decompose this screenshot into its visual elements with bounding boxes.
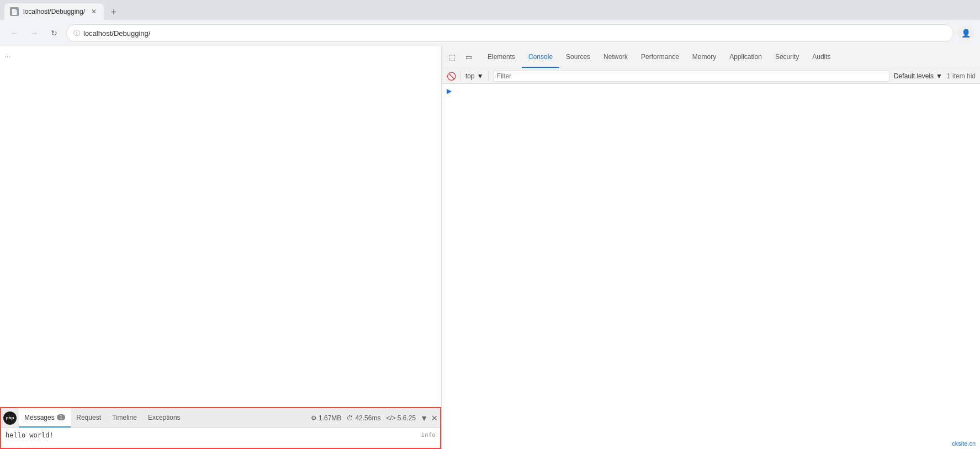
tab-close-button[interactable]: ✕ [89, 7, 98, 16]
tab-console[interactable]: Console [522, 46, 559, 68]
url-icon: ⓘ [73, 29, 80, 38]
forward-button[interactable]: → [27, 25, 42, 41]
console-hidden-count: 1 item hid [947, 72, 976, 80]
chevron-down-icon-levels: ▼ [936, 72, 942, 80]
tab-application[interactable]: Application [723, 46, 769, 68]
separator2 [488, 71, 489, 82]
tab-performance[interactable]: Performance [634, 46, 686, 68]
console-toolbar: 🚫 top ▼ Default levels ▼ 1 item hid [442, 68, 980, 84]
debugbar-content: hello world! info [1, 428, 440, 448]
profile-button[interactable]: 👤 [958, 25, 973, 41]
device-icon: ▭ [465, 53, 472, 61]
debugbar-message: hello world! [6, 431, 54, 439]
url-bar[interactable]: ⓘ localhost/Debugging/ [66, 24, 953, 42]
console-prompt: ▶ [444, 86, 978, 96]
debugbar-close-button[interactable]: ✕ [431, 414, 438, 423]
main-area: ... php Messages 1 Request Timeline Exce… [0, 46, 980, 449]
console-chevron-icon: ▶ [447, 87, 452, 95]
refresh-button[interactable]: ↻ [46, 25, 62, 41]
code-icon: </> [386, 414, 395, 422]
devtools-tabs: Elements Console Sources Network Perform… [481, 46, 978, 68]
devtools-icons: ⬚ ▭ [444, 50, 476, 65]
browser-chrome: 📄 localhost/Debugging/ ✕ + ← → ↻ ⓘ local… [0, 0, 980, 46]
console-context-select[interactable]: top ▼ [465, 72, 484, 80]
debugbar-tab-request[interactable]: Request [71, 408, 107, 427]
new-tab-button[interactable]: + [106, 4, 121, 20]
tab-bar: 📄 localhost/Debugging/ ✕ + [0, 0, 980, 20]
debugbar-info-label: info [421, 431, 436, 439]
debugbar-stats: ⚙ 1.67MB ⏱ 42.56ms </> 5.6.25 [311, 414, 416, 422]
tab-security[interactable]: Security [769, 46, 806, 68]
console-input[interactable] [454, 87, 976, 95]
debugbar-memory: ⚙ 1.67MB [311, 414, 341, 422]
debugbar-time: ⏱ 42.56ms [347, 414, 380, 422]
url-text: localhost/Debugging/ [83, 29, 946, 38]
gear-icon: ⚙ [311, 414, 317, 422]
tab-title: localhost/Debugging/ [23, 8, 85, 15]
tab-favicon: 📄 [10, 7, 19, 16]
debugbar-tab-timeline[interactable]: Timeline [107, 408, 142, 427]
clock-icon: ⏱ [347, 414, 353, 422]
debugbar-tabs: php Messages 1 Request Timeline Exceptio… [1, 408, 440, 428]
device-toolbar-button[interactable]: ▭ [461, 50, 476, 65]
debugbar-minimize-button[interactable]: ▼ [420, 414, 428, 423]
url-protocol: localhost [83, 29, 112, 38]
address-bar: ← → ↻ ⓘ localhost/Debugging/ 👤 [0, 20, 980, 46]
devtools-toolbar: ⬚ ▭ Elements Console Sources Network [442, 46, 980, 68]
debugbar-tab-messages[interactable]: Messages 1 [19, 408, 71, 427]
clear-console-button[interactable]: 🚫 [447, 72, 456, 81]
console-filter-input[interactable] [493, 71, 889, 82]
debugbar-php-version: </> 5.6.25 [386, 414, 416, 422]
tab-audits[interactable]: Audits [806, 46, 837, 68]
tab-network[interactable]: Network [597, 46, 634, 68]
chevron-down-icon: ▼ [477, 72, 484, 80]
devtools-panel: ⬚ ▭ Elements Console Sources Network [442, 46, 980, 449]
inspect-icon: ⬚ [449, 53, 455, 61]
url-path: /Debugging/ [112, 29, 150, 38]
console-levels-select[interactable]: Default levels ▼ [894, 72, 942, 80]
tab-elements[interactable]: Elements [481, 46, 522, 68]
page-dots: ... [4, 51, 437, 59]
tab-memory[interactable]: Memory [686, 46, 723, 68]
debugbar-php-icon: php [3, 411, 17, 425]
inspect-element-button[interactable]: ⬚ [444, 50, 460, 65]
separator [460, 71, 461, 82]
page-content: ... php Messages 1 Request Timeline Exce… [0, 46, 442, 449]
debugbar-tab-exceptions[interactable]: Exceptions [142, 408, 186, 427]
back-button[interactable]: ← [7, 25, 22, 41]
debugbar-controls: ▼ ✕ [420, 414, 438, 423]
console-content: ▶ [442, 84, 980, 449]
debugbar: php Messages 1 Request Timeline Exceptio… [0, 407, 441, 449]
tab-sources[interactable]: Sources [559, 46, 597, 68]
browser-tab[interactable]: 📄 localhost/Debugging/ ✕ [4, 3, 104, 20]
debugbar-messages-badge: 1 [57, 414, 66, 420]
footer-credit: cksite.cn [947, 438, 980, 449]
